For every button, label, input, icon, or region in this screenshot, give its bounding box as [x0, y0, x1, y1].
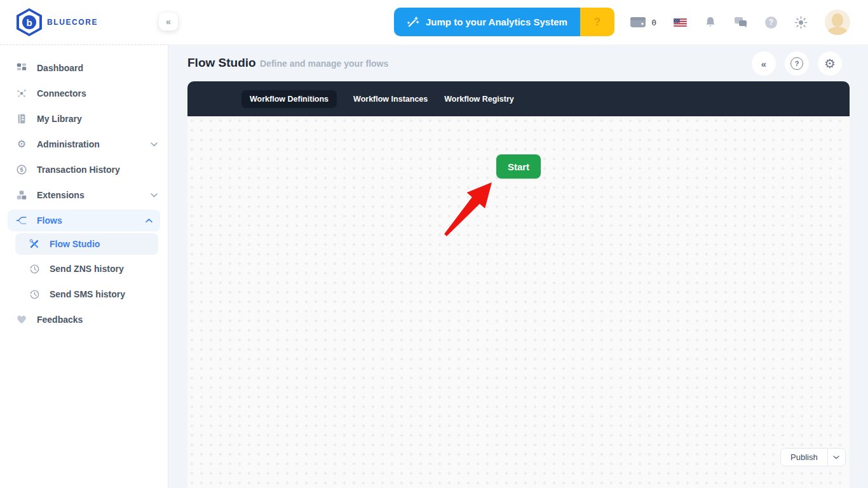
sidebar-label: Feedbacks [37, 315, 83, 325]
chevron-down-icon [833, 456, 839, 459]
sidebar-item-administration[interactable]: ⚙ Administration [0, 132, 168, 157]
panel-help-button[interactable]: ? [785, 51, 809, 76]
question-icon: ? [769, 18, 773, 27]
double-chevron-left-icon: « [166, 17, 171, 27]
tab-workflow-instances[interactable]: Workflow Instances [353, 90, 428, 108]
sidebar-item-extensions[interactable]: Extensions [0, 182, 168, 208]
extensions-cubes-icon [15, 189, 28, 201]
question-badge: ? [594, 16, 600, 29]
top-header: b BLUECORE « Jump to your Analytics Syst… [0, 0, 868, 44]
workflow-tabbar: Workflow Definitions Workflow Instances … [187, 81, 850, 116]
publish-dropdown-button[interactable] [827, 449, 845, 466]
sidebar-label: Send ZNS history [50, 264, 124, 274]
dollar-circle-icon: $ [15, 164, 28, 175]
chevron-down-icon [151, 193, 158, 198]
sidebar-item-flows[interactable]: Flows [8, 210, 160, 231]
chat-bubbles-icon [734, 17, 748, 29]
panel-action-buttons: « ? ⚙ [752, 51, 842, 76]
language-flag-button[interactable] [674, 18, 687, 27]
dashboard-icon [15, 62, 28, 74]
publish-label: Publish [790, 452, 818, 462]
sidebar-label: Flow Studio [50, 239, 100, 249]
publish-button[interactable]: Publish [781, 449, 827, 466]
connectors-icon [15, 88, 28, 99]
sidebar-label: My Library [37, 114, 82, 124]
header-icon-group: 0 [630, 0, 850, 44]
sidebar-item-send-zns-history[interactable]: Send ZNS history [0, 256, 168, 281]
sidebar-item-dashboard[interactable]: Dashboard [0, 55, 168, 81]
theme-toggle-button[interactable] [794, 16, 808, 29]
brand-name: BLUECORE [47, 18, 98, 27]
bluecore-logo-icon: b [17, 8, 42, 36]
sidebar-item-my-library[interactable]: My Library [0, 106, 168, 132]
us-flag-icon [674, 18, 687, 27]
tab-workflow-registry[interactable]: Workflow Registry [444, 90, 514, 108]
sidebar-collapse-button[interactable]: « [159, 13, 178, 30]
flows-branch-icon [15, 215, 28, 226]
library-book-icon [15, 113, 28, 125]
brand-logo[interactable]: b BLUECORE [17, 8, 98, 36]
jump-analytics-label: Jump to your Analytics System [426, 17, 567, 27]
wallet-icon [630, 17, 646, 28]
start-node-label: Start [508, 161, 529, 172]
publish-split-button: Publish [780, 448, 846, 466]
sidebar-label: Administration [37, 139, 100, 149]
gear-icon: ⚙ [824, 57, 836, 70]
jump-analytics-button[interactable]: Jump to your Analytics System [394, 8, 580, 36]
gear-icon: ⚙ [15, 139, 28, 149]
help-button[interactable]: ? [765, 17, 777, 29]
sidebar-item-send-sms-history[interactable]: Send SMS history [0, 281, 168, 307]
page-title: Flow Studio [187, 56, 256, 70]
panel-collapse-button[interactable]: « [752, 51, 776, 76]
double-chevron-left-icon: « [761, 58, 766, 69]
sidebar-label: Send SMS history [50, 289, 125, 299]
heart-icon [15, 314, 28, 325]
messages-button[interactable] [734, 17, 748, 29]
sidebar-label: Dashboard [37, 63, 83, 73]
chevron-down-icon [151, 142, 158, 147]
history-clock-icon [28, 289, 41, 300]
question-circle-icon: ? [790, 57, 803, 70]
sidebar-nav: Dashboard Connectors My Library ⚙ Admini… [0, 44, 168, 488]
wallet-count: 0 [651, 18, 656, 27]
start-node-button[interactable]: Start [496, 154, 541, 179]
chevron-up-icon [146, 219, 153, 223]
sidebar-item-connectors[interactable]: Connectors [0, 81, 168, 106]
wallet-balance[interactable]: 0 [630, 17, 656, 28]
jump-analytics-split-button: Jump to your Analytics System ? [394, 8, 614, 36]
sidebar-label: Flows [37, 215, 62, 226]
sidebar-label: Transaction History [37, 165, 120, 175]
magic-wand-icon [407, 16, 419, 29]
bell-icon [704, 16, 717, 29]
history-clock-icon [28, 264, 41, 274]
notifications-button[interactable] [704, 16, 717, 29]
tab-workflow-definitions[interactable]: Workflow Definitions [241, 90, 337, 108]
sun-icon [794, 16, 808, 29]
sidebar-label: Extensions [37, 190, 85, 200]
sidebar-item-feedbacks[interactable]: Feedbacks [0, 307, 168, 332]
user-avatar[interactable] [825, 10, 850, 35]
avatar-silhouette [832, 13, 843, 27]
tools-icon [28, 238, 41, 250]
sidebar-item-flow-studio[interactable]: Flow Studio [15, 233, 158, 255]
page-subtitle: Define and manage your flows [260, 58, 388, 69]
svg-text:$: $ [20, 166, 24, 173]
sidebar-item-transaction-history[interactable]: $ Transaction History [0, 157, 168, 182]
jump-analytics-help-button[interactable]: ? [580, 8, 614, 36]
sidebar-label: Connectors [37, 88, 86, 98]
flow-canvas[interactable]: Start Publish [187, 116, 850, 488]
panel-settings-button[interactable]: ⚙ [818, 51, 842, 76]
